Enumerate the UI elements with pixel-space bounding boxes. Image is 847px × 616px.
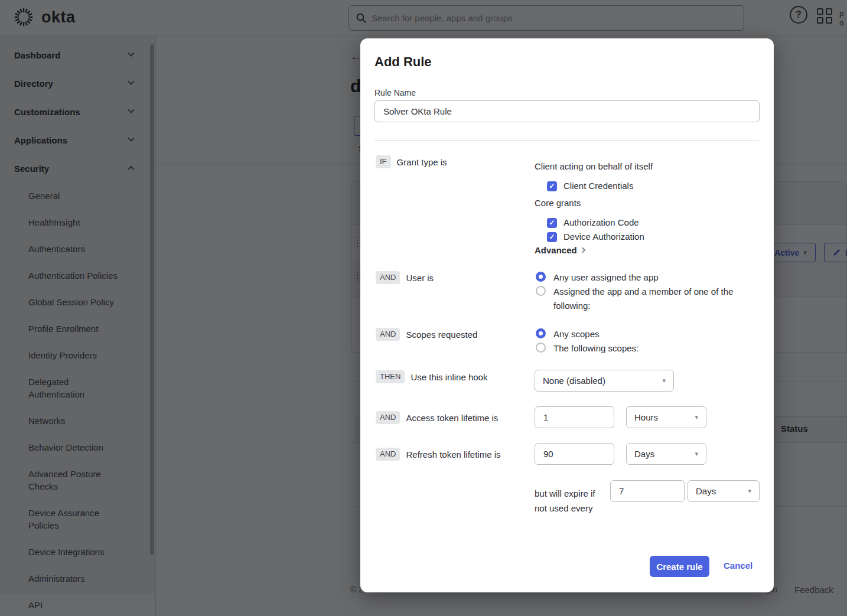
radio-row-any-scopes[interactable]: Any scopes	[536, 327, 600, 341]
expire-unit-select[interactable]: Days ▾	[688, 480, 760, 502]
condition-refresh-token: AND Refresh token lifetime is	[376, 448, 501, 461]
checkbox-checked-icon[interactable]	[547, 181, 557, 191]
access-token-label: Access token lifetime is	[406, 413, 498, 423]
access-token-value-input[interactable]	[535, 406, 614, 428]
condition-access-token: AND Access token lifetime is	[376, 411, 498, 424]
condition-grant-type: IF Grant type is	[376, 155, 447, 168]
access-token-unit-select[interactable]: Hours ▾	[626, 406, 706, 428]
user-is-label: User is	[406, 273, 434, 283]
grant-type-label: Grant type is	[397, 157, 447, 167]
condition-scopes: AND Scopes requested	[376, 328, 477, 341]
chevron-right-icon	[579, 247, 585, 253]
refresh-token-label: Refresh token lifetime is	[406, 449, 500, 459]
chevron-down-icon: ▾	[662, 377, 666, 384]
rule-name-label: Rule Name	[374, 88, 416, 97]
radio-row-assigned-member[interactable]: Assigned the app and a member of one of …	[536, 285, 744, 313]
checkbox-checked-icon[interactable]	[547, 218, 557, 228]
and-badge: AND	[376, 271, 400, 284]
condition-user: AND User is	[376, 271, 434, 284]
chevron-down-icon: ▾	[695, 413, 698, 421]
create-rule-button[interactable]: Create rule	[650, 556, 709, 577]
inline-hook-select[interactable]: None (disabled) ▾	[535, 370, 674, 392]
expire-if-unused-label: but will expire if not used every	[535, 486, 595, 516]
refresh-token-unit-select[interactable]: Days ▾	[626, 443, 706, 465]
cancel-button[interactable]: Cancel	[724, 560, 752, 571]
modal-title: Add Rule	[374, 54, 432, 70]
radio-unselected-icon[interactable]	[536, 286, 546, 296]
rule-name-input[interactable]	[374, 100, 760, 122]
grant-group-core: Core grants	[535, 198, 581, 208]
add-rule-modal: Add Rule Rule Name IF Grant type is Clie…	[360, 38, 774, 592]
radio-selected-icon[interactable]	[536, 272, 546, 282]
chevron-down-icon: ▾	[695, 450, 698, 458]
and-badge: AND	[376, 328, 400, 341]
grant-group-client: Client acting on behalf of itself	[535, 161, 653, 171]
advanced-expander[interactable]: Advanced	[535, 245, 585, 255]
and-badge: AND	[376, 411, 400, 424]
chevron-down-icon: ▾	[748, 487, 751, 495]
and-badge: AND	[376, 448, 400, 461]
checkbox-row-client-credentials[interactable]: Client Credentials	[547, 179, 633, 193]
radio-row-any-user[interactable]: Any user assigned the app	[536, 270, 659, 285]
checkbox-row-authorization-code[interactable]: Authorization Code	[547, 216, 639, 230]
scopes-requested-label: Scopes requested	[406, 330, 477, 340]
then-badge: THEN	[376, 370, 405, 383]
checkbox-checked-icon[interactable]	[547, 232, 557, 242]
if-badge: IF	[376, 155, 391, 168]
checkbox-row-device-authorization[interactable]: Device Authorization	[547, 230, 644, 244]
radio-unselected-icon[interactable]	[536, 343, 546, 353]
expire-value-input[interactable]	[610, 480, 685, 502]
divider	[374, 140, 760, 141]
radio-selected-icon[interactable]	[536, 328, 546, 338]
radio-row-following-scopes[interactable]: The following scopes:	[536, 341, 638, 356]
refresh-token-value-input[interactable]	[535, 443, 614, 465]
inline-hook-label: Use this inline hook	[411, 372, 487, 382]
condition-inline-hook: THEN Use this inline hook	[376, 370, 487, 383]
